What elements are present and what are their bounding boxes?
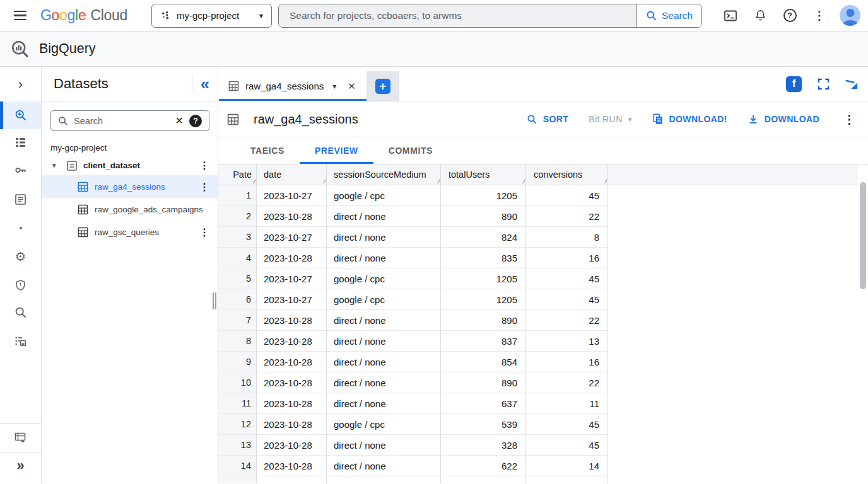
col-header-date[interactable]: date∕∕ [257,164,327,185]
col-header-Pate[interactable]: Pate∕∕ [218,164,257,185]
table-row: 62023-10-27google / cpc120545 [218,289,868,310]
tab-raw-ga4-sessions[interactable]: raw_ga4_sessions ▾ ✕ [219,71,367,101]
user-avatar[interactable] [840,5,860,26]
more-vert-icon[interactable]: ⋮ [199,181,209,193]
cell-conversions: 8 [526,227,608,248]
help-icon[interactable]: ? [778,4,802,28]
cell-total-users: 328 [441,435,526,456]
col-header-conversions[interactable]: conversions∕∕ [526,164,608,185]
col-header-sessionSourceMedium[interactable]: sessionSourceMedium∕∕ [327,164,441,185]
cell-date: 2023-10-27 [257,227,327,248]
view-tab-preview[interactable]: PREVIEW [300,137,373,164]
download-copy-button[interactable]: DOWNLOAD! [652,113,727,125]
google-logo-letters: Google [40,7,86,24]
cell-total-users: 539 [441,414,526,435]
new-tab-button[interactable]: + [367,71,399,101]
datasets-panel: Datasets « ✕ ? my-gcp-project ▾ clie [42,67,218,483]
cell-source-medium: google / cpc [327,268,441,289]
cell-row-number: 7 [218,310,257,331]
search-rail-icon[interactable] [0,300,41,325]
cell-conversions: 22 [526,206,608,227]
view-tab-taeics[interactable]: TAEICS [235,137,300,164]
cell-row-number: 5 [218,268,257,289]
cell-date: 2023-10-27 [257,185,327,206]
fullscreen-icon[interactable] [817,78,830,91]
tree-project-label[interactable]: my-gcp-project [42,139,218,156]
cell-date: 2023-10-28 [257,310,327,331]
key-icon[interactable] [0,158,41,183]
more-vert-icon[interactable]: ⋮ [843,112,855,127]
explorer-table-raw_gsc_queries[interactable]: raw_gsc_queries⋮ [42,221,218,243]
col-header-totalUsers[interactable]: totalUsers∕∕ [441,164,526,185]
cell-row-number: 6 [218,289,257,310]
query-history-icon[interactable] [0,329,41,354]
cell-conversions: 45 [526,414,608,435]
vertical-scrollbar-thumb[interactable] [860,182,866,289]
cell-source-medium: google / cpc [327,289,441,310]
report-doc-icon[interactable] [0,187,41,212]
cell-date: 2023-10-27 [257,268,327,289]
search-help-icon[interactable]: ? [189,115,202,127]
tab-caret-icon[interactable]: ▾ [332,82,336,91]
shield-icon[interactable] [0,272,41,297]
run-button[interactable]: Bit RUN ▾ [589,114,631,124]
tree-dataset-row[interactable]: ▾ client_dataset ⋮ [42,156,218,175]
list-blocks-icon[interactable] [0,130,41,155]
more-vert-icon[interactable]: ⋮ [199,226,209,238]
cell-source-medium: direct / none [327,310,441,331]
download-button[interactable]: DOWNLOAD [748,113,819,125]
panel-resize-handle[interactable] [213,292,216,309]
clear-search-icon[interactable]: ✕ [175,115,184,127]
search-button[interactable]: Search [636,4,701,27]
collapse-panel-arrow-icon[interactable] [845,78,859,90]
sort-button[interactable]: SORT [527,114,569,125]
notifications-bell-icon[interactable] [748,4,772,28]
rail-divider [0,423,41,424]
explorer-search-box: ✕ ? [50,110,209,131]
cell-source-medium: direct / none [327,456,441,476]
dot-icon[interactable] [0,216,41,241]
search-icon [58,116,68,126]
cell-conversions: 45 [526,268,608,289]
more-vert-icon[interactable]: ⋮ [199,159,209,171]
table-name: raw_ga4_sessions [95,182,165,192]
cell-total-users: 890 [441,206,526,227]
table-row: 132023-10-28direct / none32845 [218,435,868,456]
scheduled-queries-icon[interactable] [0,425,41,450]
cell-date: 2023-10-28 [257,372,327,393]
table-row: 102023-10-28direct / none89022 [218,372,868,393]
product-title: BigQuery [39,41,96,57]
cell-source-medium: direct / none [327,372,441,393]
search-icon [527,114,537,125]
project-selector[interactable]: my-gcp-project ▾ [151,4,272,28]
hamburger-menu-icon[interactable] [8,3,33,28]
explorer-table-raw_ga4_sessions[interactable]: raw_ga4_sessions⋮ [42,175,218,198]
more-options-icon[interactable]: ⋮ [807,4,831,28]
col-header-filler [608,164,858,185]
cell-source-medium: direct / none [327,393,441,414]
cell-date: 2023-10-28 [257,456,327,476]
f-badge-icon[interactable]: f [786,76,802,92]
settings-gear-icon[interactable]: ⚙ [0,244,41,269]
explorer-table-raw_google_ads_campaigns[interactable]: raw_google_ads_campaigns [42,198,218,221]
cell-date: 2023-10-28 [257,414,327,435]
explorer-search-input[interactable] [74,116,170,126]
global-search-input[interactable] [279,4,636,27]
table-name: raw_gsc_queries [95,228,159,237]
view-tab-commits[interactable]: COMMITS [373,137,448,164]
expand-rail-icon[interactable]: › [0,72,41,97]
cell-date: 2023-10-28 [257,393,327,414]
cell-row-number: 10 [218,372,257,393]
collapse-panel-icon[interactable]: « [201,76,209,92]
cell-conversions: 11 [526,393,608,414]
table-header-bar: raw_ga4_sessions SORT Bit RUN ▾ [218,101,868,137]
explorer-search-icon[interactable] [0,101,41,129]
tab-close-icon[interactable]: ✕ [348,81,356,92]
cloud-shell-icon[interactable] [718,4,742,28]
dataset-name: client_dataset [83,161,140,170]
cell-row-number: 4 [218,248,257,268]
cell-row-number: 9 [218,352,257,372]
collapse-rail-icon[interactable]: » [0,453,41,478]
caret-down-icon[interactable]: ▾ [52,161,61,170]
cell-row-number: 3 [218,227,257,248]
